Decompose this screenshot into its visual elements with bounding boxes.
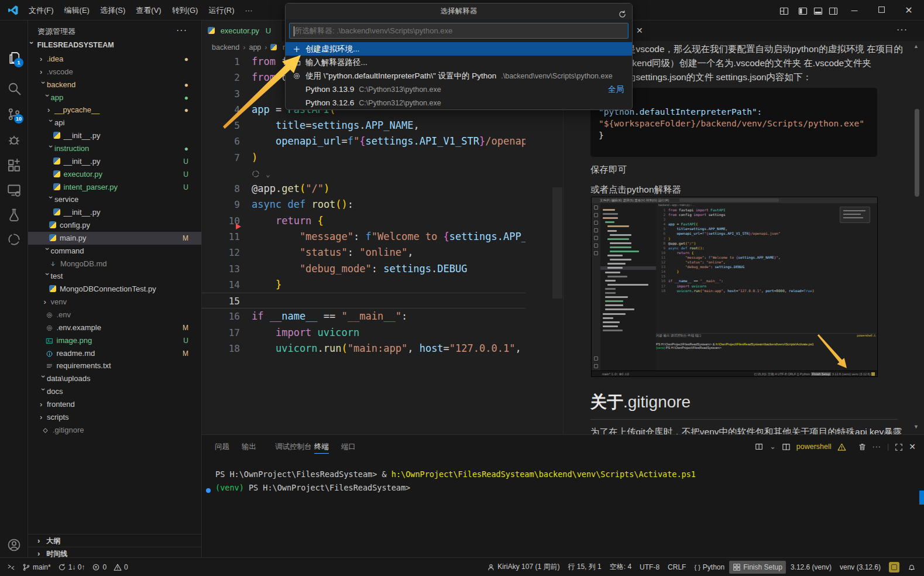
status-venv-3-12-6-[interactable]: venv (3.12.6) (836, 561, 884, 574)
scroll-up-icon[interactable]: ▲ (913, 43, 919, 49)
code-line-5[interactable]: 5 title=settings.APP_NAME, (202, 118, 525, 133)
menu-选择(S)[interactable]: 选择(S) (95, 0, 130, 20)
tree-item---init--.py[interactable]: __init__.pyU (28, 155, 201, 168)
panel-tab-终端[interactable]: 终端 (314, 440, 329, 454)
status-sourcery-square[interactable] (885, 561, 903, 574)
code-line-6[interactable]: 6 openapi_url=f"{settings.API_V1_STR}/op… (202, 133, 525, 149)
tree-item-test[interactable]: ›test (28, 270, 201, 283)
tree-item-api[interactable]: ›api (28, 116, 201, 129)
code-line-13[interactable]: 13 "debug_mode": settings.DEBUG (202, 261, 525, 277)
tree-item-.idea[interactable]: ›.idea● (28, 53, 201, 66)
tree-item-executor.py[interactable]: executor.pyU (28, 168, 201, 181)
activity-run-debug-icon[interactable] (7, 133, 21, 147)
terminal-output[interactable]: PS H:\OwnProject\FilesReadSysteam> & h:\… (207, 468, 696, 495)
tree-item-.env.example[interactable]: .env.exampleM (28, 321, 201, 334)
tree-item-.vscode[interactable]: ›.vscode (28, 66, 201, 78)
quickpick-item-4[interactable]: Python 3.12.6C:\Python312\python.exe (286, 96, 632, 109)
toggle-secondary-sidebar-icon[interactable] (822, 0, 845, 20)
tree-item-image.png[interactable]: image.pngU (28, 334, 201, 347)
sourcery-codelens[interactable]: ⌄ (202, 166, 525, 181)
interpreter-search-input[interactable] (290, 23, 628, 38)
code-line-10[interactable]: 10 return { (202, 213, 525, 229)
code-line-12[interactable]: 12 "status": "online", (202, 245, 525, 260)
panel-tab-问题[interactable]: 问题 (215, 440, 229, 454)
activity-search-icon[interactable] (7, 81, 21, 95)
tree-item-intent-parser.py[interactable]: intent_parser.pyU (28, 181, 201, 194)
chevron-down-icon[interactable]: ⌄ (770, 440, 775, 454)
maximize-panel-icon[interactable] (895, 440, 903, 454)
activity-account-icon[interactable] (7, 538, 21, 552)
menu-编辑(E)[interactable]: 编辑(E) (59, 0, 95, 20)
code-line-7[interactable]: 7) (202, 150, 525, 166)
status-remote[interactable] (4, 561, 19, 574)
tree-item-.env[interactable]: .env (28, 308, 201, 321)
preview-more-actions-icon[interactable]: ··· (896, 25, 908, 35)
status--4[interactable]: 空格: 4 (606, 561, 635, 574)
maximize-button[interactable] (870, 0, 893, 20)
activity-testing-icon[interactable] (7, 208, 21, 222)
tab-close-icon[interactable]: ✕ (636, 26, 643, 35)
tree-item-frontend[interactable]: ›frontend (28, 398, 201, 411)
code-line-11[interactable]: 11 "message": f"Welcome to {settings.APP… (202, 229, 525, 245)
tree-item-scripts[interactable]: ›scripts (28, 411, 201, 424)
minimize-button[interactable]: ─ (843, 0, 866, 20)
tree-item-readme.md[interactable]: readme.mdM (28, 347, 201, 360)
status-kiriaky-107-1-[interactable]: KiriAky 107 (1 周前) (483, 561, 563, 574)
tree-item-app[interactable]: ›app● (28, 91, 201, 104)
terminal-instance-icon[interactable] (782, 440, 791, 454)
tree-item-MongoDBConnectionTest.py[interactable]: MongoDBConnectionTest.py (28, 283, 201, 296)
tree-item-MongoDB.md[interactable]: MongoDB.md (28, 258, 201, 270)
menu-more[interactable]: ··· (239, 0, 257, 20)
quickpick-item-0[interactable]: 创建虚拟环境... (286, 42, 632, 56)
tree-item-main.py[interactable]: main.pyM (28, 232, 201, 245)
panel-tab-输出[interactable]: 输出 (242, 440, 256, 454)
code-line-17[interactable]: 17 import uvicorn (202, 325, 525, 341)
activity-sourcery-icon[interactable] (7, 232, 21, 246)
status-0[interactable]: 0 (110, 561, 132, 574)
scroll-down-icon[interactable]: ▼ (913, 424, 919, 430)
tree-root[interactable]: › FILESREADSYSTEAM (28, 39, 201, 52)
code-line-16[interactable]: 16if __name__ == "__main__": (202, 308, 525, 324)
status-3-12-6-venv-[interactable]: 3.12.6 (venv) (787, 561, 835, 574)
tree-item-venv[interactable]: ›venv (28, 296, 201, 308)
refresh-icon[interactable] (618, 6, 627, 22)
menu-转到(G)[interactable]: 转到(G) (167, 0, 204, 20)
breadcrumb-item[interactable]: backend (212, 43, 239, 52)
explorer-more-actions-icon[interactable]: ··· (176, 25, 187, 36)
status-utf-8[interactable]: UTF-8 (636, 561, 663, 574)
tree-item-requirements.txt[interactable]: requirements.txt (28, 359, 201, 372)
panel-tab-调试控制台[interactable]: 调试控制台 (275, 440, 312, 454)
breadcrumb-item[interactable]: app (249, 43, 261, 52)
tree-item---init--.py[interactable]: __init__.py (28, 206, 201, 219)
tree-item-data-uploads[interactable]: ›data\uploads (28, 372, 201, 385)
status-0[interactable]: 0 (88, 561, 110, 574)
tree-item-config.py[interactable]: config.py (28, 219, 201, 232)
status-finish-setup[interactable]: Finish Setup (729, 561, 786, 574)
status-1-0-[interactable]: 1↓ 0↑ (54, 561, 89, 574)
tree-item---init--.py[interactable]: __init__.py (28, 129, 201, 142)
tree-item-backend[interactable]: ›backend● (28, 78, 201, 91)
tree-item-command[interactable]: ›command (28, 245, 201, 258)
code-line-18[interactable]: 18 uvicorn.run("main:app", host="127.0.0… (202, 341, 525, 356)
tree-item-.gitignore[interactable]: .gitignore (28, 424, 201, 437)
more-icon[interactable]: ··· (873, 440, 882, 454)
trash-icon[interactable] (858, 440, 867, 454)
menu-文件(F)[interactable]: 文件(F) (23, 0, 59, 20)
tree-item-instruction[interactable]: ›instruction● (28, 142, 201, 155)
quickpick-item-2[interactable]: 使用 \"python.defaultInterpreterPath\" 设置中… (286, 69, 632, 83)
menu-运行(R)[interactable]: 运行(R) (203, 0, 239, 20)
close-button[interactable]: ✕ (897, 0, 920, 20)
preview-scrollbar[interactable] (915, 109, 919, 197)
timeline-section[interactable]: › 时间线 (28, 547, 201, 557)
editor-scrollbar[interactable] (552, 187, 562, 299)
tree-item---pycache--[interactable]: ›__pycache__● (28, 104, 201, 116)
status-python[interactable]: { }Python (691, 561, 728, 574)
activity-extensions-icon[interactable] (7, 158, 21, 172)
quickpick-item-1[interactable]: 输入解释器路径... (286, 56, 632, 69)
code-line-14[interactable]: 14 } (202, 277, 525, 293)
tree-item-service[interactable]: ›service (28, 193, 201, 206)
activity-remote-explorer-icon[interactable] (7, 183, 21, 197)
panel-tab-端口[interactable]: 端口 (341, 440, 356, 454)
menu-查看(V)[interactable]: 查看(V) (130, 0, 166, 20)
split-terminal-icon[interactable] (755, 440, 764, 454)
